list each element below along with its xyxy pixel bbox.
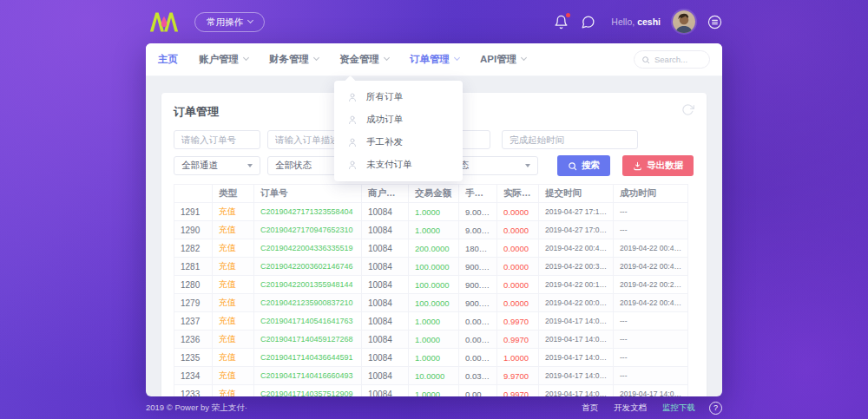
footer-link-开发文档[interactable]: 开发文档 xyxy=(614,403,647,414)
table-cell: 2019-04-17 14:04:59 xyxy=(539,331,614,349)
dropdown-item-未支付订单[interactable]: 未支付订单 xyxy=(334,154,463,176)
column-header: 手续费 xyxy=(459,185,497,203)
table-cell: 2019-04-22 00:44:00 xyxy=(614,239,688,258)
table-cell: 0.0030 xyxy=(459,385,497,397)
table-cell: 10.0000 xyxy=(409,367,459,385)
table-cell[interactable]: C20190427171323558404 xyxy=(254,203,362,221)
table-cell: 10084 xyxy=(362,385,409,397)
username: ceshi xyxy=(637,16,661,27)
dropdown-item-手工补发[interactable]: 手工补发 xyxy=(334,131,463,154)
chevron-down-icon xyxy=(247,17,253,23)
table-cell: 1.0000 xyxy=(409,385,459,397)
table-cell: 9.0000 xyxy=(459,203,497,221)
finish-start-time-input[interactable] xyxy=(502,130,638,149)
nav-item-财务管理[interactable]: 财务管理 xyxy=(269,53,319,66)
table-cell: 充值 xyxy=(213,331,254,349)
table-cell: 1291 xyxy=(174,203,213,221)
table-cell: 0.0000 xyxy=(459,349,497,367)
export-data-button[interactable]: 导出数据 xyxy=(622,155,694,176)
table-cell[interactable]: C20190417140436644591 xyxy=(254,349,362,367)
table-cell: 1.0000 xyxy=(409,349,459,367)
nav-item-主页[interactable]: 主页 xyxy=(158,53,178,66)
column-header: 成功时间 xyxy=(614,185,688,203)
dropdown-items: 所有订单 成功订单 手工补发 未支付订单 xyxy=(334,86,463,176)
footer-link-监控下载[interactable]: 监控下载 xyxy=(662,403,695,414)
chevron-down-icon xyxy=(243,55,249,61)
search-button[interactable]: 搜索 xyxy=(557,155,610,176)
table-cell: 1234 xyxy=(174,367,213,385)
table-cell[interactable]: C20190422003602146746 xyxy=(254,258,362,276)
dropdown-item-所有订单[interactable]: 所有订单 xyxy=(334,86,463,108)
table-cell: 1.0000 xyxy=(409,221,459,239)
quick-actions-button[interactable]: 常用操作 xyxy=(194,12,265,32)
table-cell: 充值 xyxy=(213,294,254,312)
table-cell: 200.0000 xyxy=(409,239,459,258)
export-icon xyxy=(633,161,642,171)
dropdown-item-label: 所有订单 xyxy=(366,91,403,103)
nav-item-订单管理[interactable]: 订单管理 xyxy=(410,53,459,66)
dropdown-item-label: 成功订单 xyxy=(366,114,403,126)
table-cell: 充值 xyxy=(213,312,254,331)
table-cell[interactable]: C20190427170947652310 xyxy=(254,221,362,239)
table-cell: --- xyxy=(614,367,688,385)
nav-item-label: API管理 xyxy=(480,53,516,66)
table-cell: 0.9970 xyxy=(497,385,539,397)
search-icon xyxy=(641,56,650,64)
search-input[interactable] xyxy=(654,55,702,64)
channel-select[interactable]: 全部通道 xyxy=(174,156,260,175)
chevron-down-icon xyxy=(521,55,527,61)
table-cell: 1233 xyxy=(174,385,213,397)
nav-item-label: 账户管理 xyxy=(199,53,239,66)
user-icon xyxy=(347,115,358,125)
orders-dropdown-menu: 所有订单 成功订单 手工补发 未支付订单 xyxy=(334,81,463,181)
table-cell[interactable]: C20190417140459127268 xyxy=(254,331,362,349)
header-actions: Hello, ceshi xyxy=(554,0,722,43)
table-cell[interactable]: C20190421235900837210 xyxy=(254,294,362,312)
nav-item-账户管理[interactable]: 账户管理 xyxy=(199,53,248,66)
table-cell: 2019-04-22 00:25:37 xyxy=(614,276,688,294)
table-row: 1235充值C20190417140436644591100841.00000.… xyxy=(174,349,688,367)
orders-table: 类型订单号商户编号交易金额手续费实际金额提交时间成功时间 1291充值C2019… xyxy=(174,184,688,396)
table-header-row: 类型订单号商户编号交易金额手续费实际金额提交时间成功时间 xyxy=(174,185,688,203)
table-cell: 10084 xyxy=(362,349,409,367)
table-cell[interactable]: C20190417140416660493 xyxy=(254,367,362,385)
table-cell: 10084 xyxy=(362,239,409,258)
chevron-down-icon xyxy=(454,55,460,61)
table-cell: 1290 xyxy=(174,221,213,239)
help-icon[interactable]: ? xyxy=(709,402,722,415)
footer-link-首页[interactable]: 首页 xyxy=(582,403,598,414)
table-cell[interactable]: C20190422004336335519 xyxy=(254,239,362,258)
menu-icon[interactable] xyxy=(707,15,722,29)
greeting-prefix: Hello, xyxy=(611,16,635,27)
table-cell[interactable]: C20190417140541641763 xyxy=(254,312,362,331)
avatar[interactable] xyxy=(673,10,695,33)
chevron-down-icon xyxy=(313,55,319,61)
nav-item-资金管理[interactable]: 资金管理 xyxy=(339,53,389,66)
message-icon[interactable] xyxy=(581,15,595,29)
dropdown-item-成功订单[interactable]: 成功订单 xyxy=(334,108,463,131)
table-cell: 100.0000 xyxy=(409,276,459,294)
channel-select-value: 全部通道 xyxy=(181,160,218,172)
table-cell: 1.0000 xyxy=(409,312,459,331)
table-cell: --- xyxy=(614,331,688,349)
refresh-icon[interactable] xyxy=(681,103,694,116)
table-cell: 2019-04-17 14:03:57 xyxy=(539,385,614,397)
notifications-bell-icon[interactable] xyxy=(554,15,569,29)
column-header: 商户编号 xyxy=(362,185,409,203)
table-row: 1280充值C2019042200135594814410084100.0000… xyxy=(174,276,688,294)
page-footer: 2019 © Power by 荣上支付· 首页开发文档监控下载 ? xyxy=(0,396,868,419)
order-number-input[interactable] xyxy=(174,130,260,149)
table-cell: 10084 xyxy=(362,367,409,385)
table-cell[interactable]: C20190417140357512909 xyxy=(254,385,362,397)
table-cell: 900.0000 xyxy=(459,258,497,276)
table-cell: 10084 xyxy=(362,276,409,294)
user-icon xyxy=(347,137,358,147)
logo xyxy=(149,10,179,37)
table-cell[interactable]: C20190422001355948144 xyxy=(254,276,362,294)
table-row: 1236充值C20190417140459127268100841.00000.… xyxy=(174,331,688,349)
copyright-text: 2019 © Power by 荣上支付· xyxy=(146,403,247,414)
table-cell: 10084 xyxy=(362,221,409,239)
table-cell: --- xyxy=(614,349,688,367)
nav-item-API管理[interactable]: API管理 xyxy=(480,53,526,66)
table-cell: 100.0000 xyxy=(409,294,459,312)
